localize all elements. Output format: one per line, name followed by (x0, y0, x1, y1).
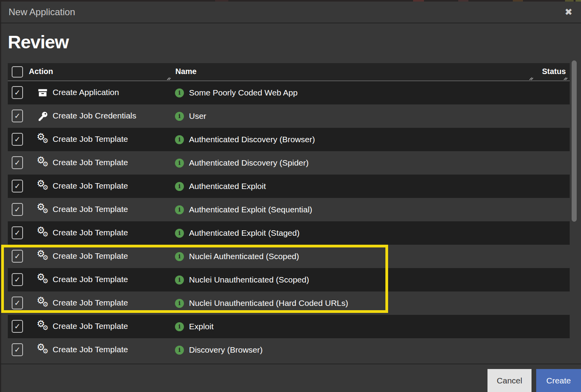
checkmark-icon: ✓ (14, 323, 21, 330)
name-label: Nuclei Unauthenticated (Hard Coded URLs) (189, 298, 348, 308)
info-icon[interactable]: i (175, 322, 184, 331)
name-label: Discovery (Browser) (189, 345, 263, 355)
row-checkbox[interactable]: ✓ (12, 273, 23, 286)
row-checkbox[interactable]: ✓ (12, 86, 23, 99)
close-icon[interactable]: ✖ (565, 7, 572, 17)
action-label: Create Job Template (53, 158, 128, 167)
name-label: Authenticated Discovery (Browser) (189, 135, 315, 144)
info-icon[interactable]: i (175, 135, 184, 144)
info-icon[interactable]: i (175, 182, 184, 191)
action-label: Create Job Template (53, 205, 128, 214)
table-body: ✓ Create Application i Some Poorly Coded… (8, 81, 570, 362)
table-row[interactable]: ✓ ⚙⚙ Create Job Template i Authenticated… (8, 128, 570, 151)
key-icon (37, 110, 49, 122)
scrollbar-thumb[interactable] (572, 60, 577, 222)
action-label: Create Job Template (53, 181, 128, 191)
checkmark-icon: ✓ (14, 253, 21, 260)
info-icon[interactable]: i (175, 299, 184, 308)
name-label: Some Poorly Coded Web App (189, 88, 298, 97)
modal-title: New Application (9, 7, 75, 18)
table-row[interactable]: ✓ ⚙⚙ Create Job Template i Authenticated… (8, 151, 570, 175)
info-icon[interactable]: i (175, 112, 184, 121)
checkmark-icon: ✓ (14, 89, 21, 96)
action-label: Create Job Template (53, 228, 128, 237)
info-icon[interactable]: i (175, 229, 184, 238)
gears-icon: ⚙⚙ (37, 180, 49, 192)
column-header-name[interactable]: Name (175, 67, 196, 76)
action-label: Create Job Template (53, 134, 128, 144)
gears-icon: ⚙⚙ (37, 250, 49, 263)
checkmark-icon: ✓ (14, 299, 21, 307)
select-all-checkbox[interactable] (12, 66, 23, 78)
column-header-action[interactable]: Action (29, 67, 53, 76)
column-resize-handle-icon[interactable] (563, 76, 568, 80)
row-checkbox[interactable]: ✓ (12, 343, 23, 356)
action-label: Create Job Template (53, 275, 128, 284)
gears-icon: ⚙⚙ (37, 203, 49, 216)
checkmark-icon: ✓ (14, 159, 21, 166)
info-icon[interactable]: i (175, 252, 184, 261)
table-row[interactable]: ✓ ⚙⚙ Create Job Template i Authenticated… (8, 198, 570, 221)
checkmark-icon: ✓ (14, 276, 21, 283)
name-label: Nuclei Authenticated (Scoped) (189, 252, 299, 261)
modal-left-edge (0, 2, 1, 392)
action-label: Create Job Template (53, 321, 128, 331)
checkmark-icon: ✓ (14, 182, 21, 190)
create-button[interactable]: Create (536, 369, 581, 392)
gears-icon: ⚙⚙ (37, 227, 49, 239)
action-label: Create Job Template (53, 298, 128, 307)
row-checkbox[interactable]: ✓ (12, 320, 23, 333)
checkmark-icon: ✓ (14, 346, 21, 353)
checkmark-icon: ✓ (14, 112, 21, 120)
gears-icon: ⚙⚙ (37, 274, 49, 286)
row-checkbox[interactable]: ✓ (12, 203, 23, 216)
action-label: Create Job Template (53, 345, 128, 354)
cancel-button[interactable]: Cancel (487, 369, 532, 392)
action-label: Create Job Template (53, 251, 128, 261)
table-header: Action Name Status (8, 63, 570, 81)
modal-titlebar: New Application ✖ (0, 2, 581, 23)
action-label: Create Application (53, 88, 119, 97)
row-checkbox[interactable]: ✓ (12, 250, 23, 263)
info-icon[interactable]: i (175, 346, 184, 355)
table-row[interactable]: ✓ ⚙⚙ Create Job Template i Nuclei Unauth… (8, 268, 570, 291)
row-checkbox[interactable]: ✓ (12, 297, 23, 309)
checkmark-icon: ✓ (14, 229, 21, 237)
new-application-modal: New Application ✖ Review Action Name Sta… (0, 0, 581, 392)
name-label: Authenticated Exploit (189, 182, 266, 191)
name-label: Nuclei Unauthenticated (Scoped) (189, 275, 309, 284)
row-checkbox[interactable]: ✓ (12, 226, 23, 239)
gears-icon: ⚙⚙ (37, 297, 49, 309)
name-label: Authenticated Exploit (Staged) (189, 228, 300, 238)
gears-icon: ⚙⚙ (37, 320, 49, 333)
checkmark-icon: ✓ (14, 136, 21, 143)
table-row[interactable]: ✓ ⚙⚙ Create Job Template i Authenticated… (8, 221, 570, 245)
column-resize-handle-icon[interactable] (528, 76, 534, 80)
action-label: Create Job Credentials (53, 111, 136, 120)
name-label: User (189, 111, 206, 121)
gears-icon: ⚙⚙ (37, 133, 49, 146)
row-checkbox[interactable]: ✓ (12, 109, 23, 122)
table-row[interactable]: ✓ ⚙⚙ Create Job Template i Nuclei Authen… (8, 245, 570, 268)
table-row[interactable]: ✓ Create Application i Some Poorly Coded… (8, 81, 570, 104)
page-title: Review (8, 31, 69, 53)
row-checkbox[interactable]: ✓ (12, 180, 23, 192)
review-table: Action Name Status ✓ Create Application … (8, 63, 570, 362)
info-icon[interactable]: i (175, 159, 184, 168)
table-row[interactable]: ✓ Create Job Credentials i User (8, 104, 570, 128)
table-row[interactable]: ✓ ⚙⚙ Create Job Template i Exploit (8, 315, 570, 338)
column-header-status[interactable]: Status (542, 67, 566, 76)
gears-icon: ⚙⚙ (37, 344, 49, 356)
info-icon[interactable]: i (175, 205, 184, 214)
name-label: Authenticated Discovery (Spider) (189, 158, 309, 168)
info-icon[interactable]: i (175, 275, 184, 284)
table-row[interactable]: ✓ ⚙⚙ Create Job Template i Discovery (Br… (8, 338, 570, 362)
checkmark-icon: ✓ (14, 206, 21, 213)
column-resize-handle-icon[interactable] (166, 76, 171, 80)
name-label: Authenticated Exploit (Sequential) (189, 205, 312, 214)
row-checkbox[interactable]: ✓ (12, 133, 23, 146)
table-row[interactable]: ✓ ⚙⚙ Create Job Template i Nuclei Unauth… (8, 291, 570, 315)
table-row[interactable]: ✓ ⚙⚙ Create Job Template i Authenticated… (8, 175, 570, 198)
row-checkbox[interactable]: ✓ (12, 156, 23, 169)
info-icon[interactable]: i (175, 88, 184, 97)
